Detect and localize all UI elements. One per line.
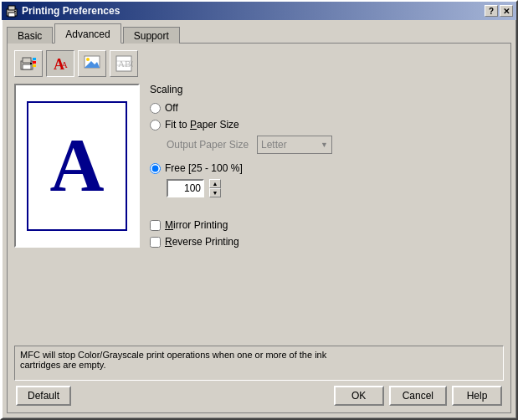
preview-letter: A bbox=[50, 128, 105, 203]
svg-rect-5 bbox=[23, 58, 31, 63]
scaling-off-label: Off bbox=[165, 102, 178, 114]
toolbar-watermark[interactable]: ABC bbox=[110, 50, 138, 77]
tab-advanced[interactable]: Advanced bbox=[54, 23, 121, 44]
ok-button[interactable]: OK bbox=[334, 386, 384, 406]
body-area: A Scaling Off Fi bbox=[14, 84, 504, 248]
svg-rect-7 bbox=[30, 63, 32, 64]
svg-rect-1 bbox=[8, 6, 15, 10]
action-buttons: OK Cancel Help bbox=[334, 386, 502, 406]
svg-rect-8 bbox=[33, 58, 36, 60]
preview-box: A bbox=[14, 84, 140, 248]
printer-icon bbox=[5, 4, 18, 18]
spinner-buttons: ▲ ▼ bbox=[209, 179, 221, 197]
close-button[interactable]: ✕ bbox=[500, 5, 513, 17]
font-icon: A A bbox=[51, 54, 69, 73]
tab-basic[interactable]: Basic bbox=[7, 27, 53, 44]
spacer bbox=[14, 248, 504, 346]
svg-text:A: A bbox=[61, 59, 68, 69]
spin-down-button[interactable]: ▼ bbox=[209, 188, 221, 197]
scaling-free-radio[interactable] bbox=[150, 163, 161, 174]
window-content: Basic Advanced Support bbox=[2, 20, 516, 418]
scaling-free-row: Free [25 - 100 %] bbox=[150, 162, 504, 174]
svg-point-15 bbox=[86, 58, 90, 61]
mirror-checkbox[interactable] bbox=[150, 220, 161, 231]
title-bar: Printing Preferences ? ✕ bbox=[2, 2, 516, 20]
scaling-fit-radio[interactable] bbox=[150, 120, 161, 131]
default-button[interactable]: Default bbox=[16, 386, 71, 406]
svg-rect-6 bbox=[23, 64, 31, 69]
reverse-row: Reverse Printing bbox=[150, 236, 504, 248]
svg-rect-10 bbox=[33, 64, 36, 67]
window-title: Printing Preferences bbox=[22, 5, 120, 17]
spin-up-button[interactable]: ▲ bbox=[209, 179, 221, 188]
scaling-free-label: Free [25 - 100 %] bbox=[165, 162, 243, 174]
status-text: MFC will stop Color/Grayscale print oper… bbox=[20, 350, 326, 370]
toolbar-print-quality[interactable] bbox=[14, 50, 43, 77]
scaling-off-radio[interactable] bbox=[150, 103, 161, 114]
toolbar-color[interactable] bbox=[78, 50, 106, 77]
svg-rect-2 bbox=[8, 13, 15, 17]
cancel-button[interactable]: Cancel bbox=[389, 386, 447, 406]
scaling-label: Scaling bbox=[150, 84, 504, 95]
help-action-button[interactable]: Help bbox=[452, 386, 502, 406]
toolbar: A A ABC bbox=[14, 50, 504, 77]
options-area: Scaling Off Fit to Paper Size bbox=[150, 84, 504, 248]
checkbox-group: Mirror Printing Reverse Printing bbox=[150, 219, 504, 248]
scaling-off-row: Off bbox=[150, 102, 504, 114]
preview-inner: A bbox=[27, 101, 127, 231]
title-bar-left: Printing Preferences bbox=[5, 4, 120, 18]
print-quality-icon bbox=[19, 54, 38, 73]
output-paper-label: Output Paper Size bbox=[167, 139, 250, 151]
watermark-icon: ABC bbox=[115, 54, 133, 73]
spinner-row: ▲ ▼ bbox=[167, 179, 504, 197]
help-button[interactable]: ? bbox=[485, 5, 498, 17]
status-bar: MFC will stop Color/Grayscale print oper… bbox=[14, 346, 504, 381]
svg-rect-9 bbox=[33, 61, 36, 64]
reverse-label: Reverse Printing bbox=[165, 236, 239, 248]
scaling-fit-label: Fit to Paper Size bbox=[165, 119, 239, 131]
toolbar-font[interactable]: A A bbox=[46, 50, 74, 77]
reverse-checkbox[interactable] bbox=[150, 237, 161, 248]
mirror-row: Mirror Printing bbox=[150, 219, 504, 231]
output-paper-row: Output Paper Size Letter ▼ bbox=[167, 136, 504, 154]
mirror-label: Mirror Printing bbox=[165, 219, 228, 231]
svg-text:ABC: ABC bbox=[118, 59, 133, 69]
tab-bar: Basic Advanced Support bbox=[7, 23, 511, 44]
color-icon bbox=[83, 54, 101, 73]
output-paper-value: Letter bbox=[261, 139, 287, 151]
scaling-radio-group: Off Fit to Paper Size Output Paper Size … bbox=[150, 102, 504, 197]
tab-support[interactable]: Support bbox=[123, 27, 180, 44]
bottom-row: Default OK Cancel Help bbox=[14, 386, 504, 406]
free-scale-input[interactable] bbox=[167, 179, 204, 197]
dropdown-arrow-icon: ▼ bbox=[321, 141, 328, 149]
svg-rect-3 bbox=[14, 11, 16, 12]
main-window: Printing Preferences ? ✕ Basic Advanced … bbox=[0, 0, 518, 420]
output-paper-dropdown[interactable]: Letter ▼ bbox=[257, 136, 332, 154]
title-bar-buttons: ? ✕ bbox=[485, 5, 513, 17]
panel: A A ABC bbox=[7, 43, 511, 413]
scaling-fit-row: Fit to Paper Size bbox=[150, 119, 504, 131]
